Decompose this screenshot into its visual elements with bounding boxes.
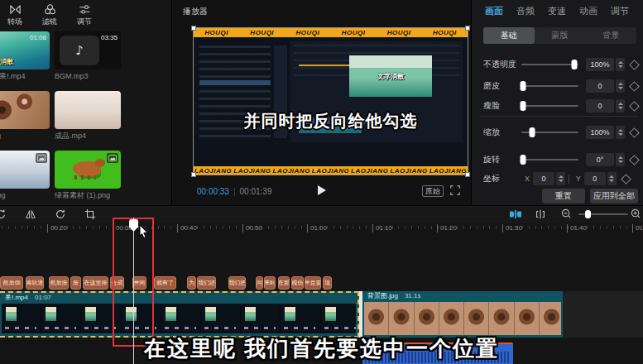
text-clip[interactable]: 问: [256, 276, 263, 290]
subtab-2[interactable]: 蒙版: [535, 27, 586, 44]
reverse-icon[interactable]: [0, 208, 7, 220]
text-clip[interactable]: 然后按: [49, 276, 69, 290]
tab-1[interactable]: 画面: [485, 5, 503, 17]
text-clip[interactable]: 来到: [264, 276, 276, 290]
stepper-control[interactable]: [616, 58, 625, 71]
zoom-out-icon[interactable]: [561, 208, 572, 219]
stepper-down-icon[interactable]: [618, 160, 623, 163]
slider-handle[interactable]: [521, 101, 526, 111]
selection-handle-top-left[interactable]: [191, 26, 196, 31]
timeline-zoom-slider[interactable]: [578, 213, 628, 215]
stepper-up-icon[interactable]: [618, 156, 623, 159]
media-tool-2[interactable]: 滤镜: [38, 3, 61, 27]
stepper-down-icon[interactable]: [618, 133, 623, 136]
slider-value[interactable]: 0: [586, 99, 614, 113]
timeline-ruler[interactable]: 00:2000:3000:4000:5001:0001:1001:2001:30…: [0, 223, 643, 236]
apply-to-all-button[interactable]: 应用到全部: [590, 189, 638, 204]
slider-value[interactable]: 100%: [586, 58, 614, 71]
subtab-3[interactable]: 背景: [585, 27, 636, 44]
stepper-down-icon[interactable]: [618, 65, 623, 68]
x-value-input[interactable]: 0: [533, 172, 554, 185]
text-clip[interactable]: 并且要: [305, 276, 321, 290]
media-item[interactable]: 01:08文字消散程]...果!.mp4: [0, 31, 50, 80]
media-item[interactable]: …jpg: [0, 91, 50, 140]
text-clip[interactable]: 我们把: [228, 276, 246, 290]
rotate-icon[interactable]: [55, 208, 66, 220]
reset-button[interactable]: 重置: [542, 189, 585, 204]
slider-track[interactable]: [521, 85, 578, 87]
zoom-slider-handle[interactable]: [585, 210, 591, 218]
stepper-down-icon[interactable]: [618, 107, 623, 109]
y-stepper[interactable]: [607, 172, 617, 185]
keyframe-diamond-icon[interactable]: [629, 127, 640, 138]
media-item[interactable]: …).jpg: [0, 151, 50, 199]
keyframe-diamond-icon[interactable]: [629, 81, 640, 92]
preview-axis-icon[interactable]: [535, 208, 546, 220]
stepper-control[interactable]: [616, 79, 625, 93]
stepper-control[interactable]: [616, 153, 625, 166]
media-item[interactable]: 绿幕素材 (1).png: [55, 151, 121, 199]
stepper-up-icon[interactable]: [559, 175, 564, 178]
zoom-in-icon[interactable]: [631, 208, 641, 219]
stepper-up-icon[interactable]: [618, 103, 623, 105]
slider-track[interactable]: [521, 64, 578, 65]
text-clip[interactable]: 就有了: [154, 276, 176, 290]
selection-handle-bottom-right[interactable]: [465, 172, 470, 177]
text-clip[interactable]: 为: [187, 276, 196, 290]
tab-2[interactable]: 音频: [516, 5, 535, 17]
stepper-down-icon[interactable]: [618, 87, 623, 89]
tab-5[interactable]: 调节: [611, 5, 629, 17]
tab-3[interactable]: 变速: [548, 5, 566, 17]
play-button[interactable]: [318, 185, 326, 195]
stepper-up-icon[interactable]: [618, 129, 623, 132]
video-clip-selected[interactable]: 果!.mp4 01:07: [0, 291, 359, 338]
keyframe-diamond-icon[interactable]: [629, 101, 640, 112]
slider-value[interactable]: 100%: [586, 126, 614, 139]
slider-handle[interactable]: [521, 81, 526, 91]
media-thumbnail-bedroom[interactable]: [55, 91, 121, 129]
text-clip[interactable]: 在那: [278, 276, 290, 290]
text-clip[interactable]: 现: [323, 276, 332, 290]
media-tool-1[interactable]: 转场: [3, 3, 26, 27]
slider-track[interactable]: [521, 105, 578, 107]
text-clip[interactable]: 我们还: [197, 276, 216, 290]
stepper-down-icon[interactable]: [559, 180, 564, 182]
auto-snap-icon[interactable]: [509, 208, 522, 220]
fullscreen-icon[interactable]: [450, 185, 460, 195]
stepper-up-icon[interactable]: [618, 61, 623, 64]
media-thumbnail-donuts[interactable]: [0, 91, 50, 129]
preview-canvas[interactable]: HOUQIHOUQIHOUQIHOUQIHOUQIHOUQI 文字消散 并同时把…: [193, 27, 468, 175]
slider-handle[interactable]: [572, 60, 578, 69]
stepper-down-icon[interactable]: [609, 180, 614, 182]
text-clip[interactable]: 然后倒: [0, 276, 23, 290]
media-thumbnail-clouds[interactable]: [0, 151, 50, 189]
keyframe-diamond-icon[interactable]: [629, 60, 640, 70]
text-clip[interactable]: 在这里按: [83, 276, 108, 290]
text-clip[interactable]: 模仿: [291, 276, 304, 290]
text-clip[interactable]: 将轨道: [26, 276, 44, 290]
media-tool-3[interactable]: 调节: [73, 3, 96, 27]
slider-value[interactable]: 0: [586, 79, 614, 93]
slider-value[interactable]: 0°: [586, 153, 614, 166]
selection-handle-bottom-left[interactable]: [191, 172, 196, 177]
x-stepper[interactable]: [556, 172, 565, 185]
y-value-input[interactable]: 0: [584, 172, 606, 185]
media-thumbnail-greenscreen[interactable]: [55, 151, 121, 189]
subtab-1[interactable]: 基础: [483, 27, 535, 44]
slider-handle[interactable]: [521, 155, 526, 165]
media-thumbnail-beach[interactable]: 01:08文字消散: [0, 31, 50, 69]
stepper-up-icon[interactable]: [609, 175, 614, 178]
stepper-up-icon[interactable]: [618, 83, 623, 85]
text-clip[interactable]: 按: [70, 276, 81, 290]
mirror-icon[interactable]: [25, 208, 36, 220]
stepper-control[interactable]: [616, 126, 625, 139]
slider-track[interactable]: [521, 132, 578, 133]
tab-4[interactable]: 动画: [579, 5, 597, 17]
video-clip-background[interactable]: 背景图.jpg 31.1s: [362, 291, 563, 338]
stepper-control[interactable]: [616, 99, 625, 113]
media-item[interactable]: 03:35♪BGM.mp3: [55, 31, 121, 80]
keyframe-diamond-icon[interactable]: [621, 174, 631, 184]
slider-handle[interactable]: [530, 127, 535, 137]
selection-handle-top-right[interactable]: [465, 26, 470, 31]
original-quality-button[interactable]: 原始: [422, 185, 444, 197]
